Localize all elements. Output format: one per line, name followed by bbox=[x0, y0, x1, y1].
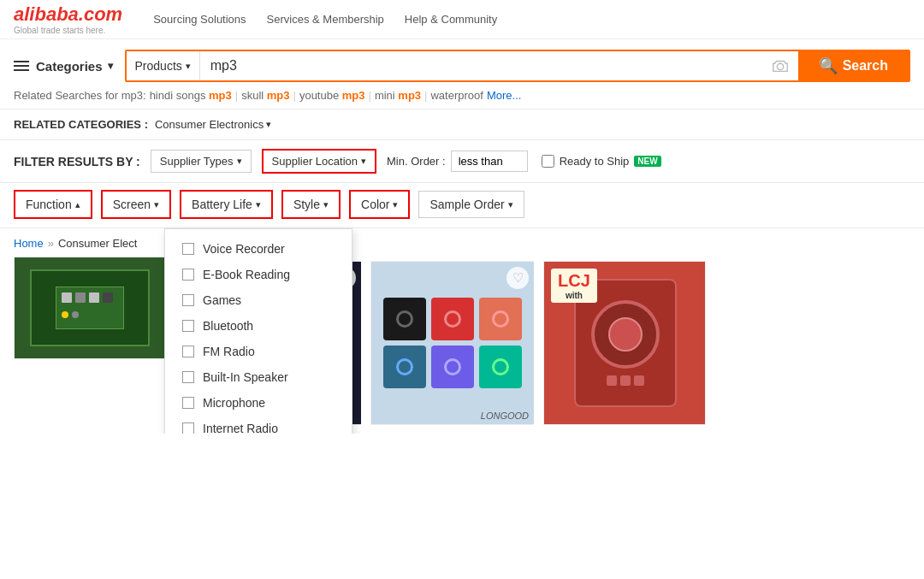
color-chevron-icon: ▾ bbox=[393, 199, 398, 210]
breadcrumb: Home » Consumer Elect bbox=[14, 237, 170, 250]
breadcrumb-separator: » bbox=[48, 237, 54, 250]
related-categories-label: RELATED CATEGORIES : bbox=[14, 118, 148, 131]
dropdown-item-bluetooth[interactable]: Bluetooth bbox=[165, 313, 352, 339]
checkbox-built-in-speaker[interactable] bbox=[182, 371, 194, 383]
dropdown-item-voice-recorder[interactable]: Voice Recorder bbox=[165, 236, 352, 262]
search-input[interactable] bbox=[200, 51, 762, 80]
related-search-more[interactable]: More... bbox=[487, 89, 521, 102]
sidebar-product-image[interactable] bbox=[14, 257, 166, 359]
product-card-3[interactable]: LCJ with bbox=[543, 261, 706, 425]
product-card-2[interactable]: ♡ LONGOOD bbox=[370, 261, 533, 425]
ready-to-ship-new-badge: NEW bbox=[634, 156, 660, 167]
filter-label: FILTER RESULTS BY : bbox=[14, 155, 140, 168]
dropdown-item-ebook[interactable]: E-Book Reading bbox=[165, 262, 352, 287]
dropdown-item-microphone[interactable]: Microphone bbox=[165, 390, 352, 416]
dropdown-item-built-in-speaker[interactable]: Built-In Speaker bbox=[165, 364, 352, 390]
checkbox-fm-radio[interactable] bbox=[182, 346, 194, 357]
categories-button[interactable]: Categories ▾ bbox=[14, 59, 113, 74]
min-order-label: Min. Order : bbox=[387, 155, 446, 168]
nav-help[interactable]: Help & Community bbox=[405, 13, 497, 26]
related-searches-label: Related Searches for mp3: bbox=[14, 89, 146, 102]
related-search-waterproof[interactable]: waterproof bbox=[430, 89, 483, 102]
style-chevron-icon: ▾ bbox=[323, 199, 329, 210]
checkbox-bluetooth[interactable] bbox=[182, 320, 194, 332]
sample-order-filter-button[interactable]: Sample Order ▾ bbox=[418, 191, 524, 218]
breadcrumb-category[interactable]: Consumer Elect bbox=[58, 237, 137, 250]
products-chevron-icon: ▾ bbox=[186, 61, 191, 72]
dropdown-item-games[interactable]: Games bbox=[165, 287, 352, 313]
battery-life-filter-button[interactable]: Battery Life ▾ bbox=[180, 190, 273, 219]
wishlist-heart-2[interactable]: ♡ bbox=[506, 267, 529, 289]
svg-point-0 bbox=[777, 63, 783, 69]
function-chevron-icon: ▴ bbox=[75, 199, 80, 210]
search-category-dropdown[interactable]: Products ▾ bbox=[127, 51, 200, 80]
function-filter-button[interactable]: Function ▴ bbox=[14, 190, 92, 219]
search-button[interactable]: 🔍 Search bbox=[798, 51, 909, 80]
categories-chevron-icon: ▾ bbox=[108, 60, 113, 72]
supplier-location-button[interactable]: Supplier Location ▾ bbox=[262, 149, 376, 174]
dropdown-item-fm-radio[interactable]: FM Radio bbox=[165, 339, 352, 364]
breadcrumb-home[interactable]: Home bbox=[14, 237, 44, 250]
ready-to-ship-checkbox[interactable] bbox=[542, 155, 554, 168]
sample-order-chevron-icon: ▾ bbox=[508, 199, 513, 210]
supplier-types-chevron-icon: ▾ bbox=[237, 156, 242, 167]
search-icon: 🔍 bbox=[819, 56, 838, 75]
related-category-link[interactable]: Consumer Electronics ▾ bbox=[155, 118, 271, 131]
dropdown-item-internet-radio[interactable]: Internet Radio bbox=[165, 416, 352, 434]
nav-sourcing[interactable]: Sourcing Solutions bbox=[153, 13, 246, 26]
supplier-types-button[interactable]: Supplier Types ▾ bbox=[151, 150, 252, 173]
checkbox-internet-radio[interactable] bbox=[182, 422, 194, 434]
camera-search-button[interactable] bbox=[762, 51, 798, 80]
related-search-mini[interactable]: mini mp3 bbox=[375, 89, 421, 102]
related-search-youtube[interactable]: youtube mp3 bbox=[299, 89, 365, 102]
screen-filter-button[interactable]: Screen ▾ bbox=[101, 190, 171, 219]
logo-tagline: Global trade starts here. bbox=[14, 26, 105, 35]
function-dropdown: Voice Recorder E-Book Reading Games Blue… bbox=[164, 228, 352, 434]
nav-services[interactable]: Services & Membership bbox=[267, 13, 384, 26]
checkbox-voice-recorder[interactable] bbox=[182, 243, 194, 255]
ready-to-ship-label: Ready to Ship bbox=[560, 155, 630, 168]
supplier-location-chevron-icon: ▾ bbox=[361, 156, 366, 167]
lcj-badge: LCJ with bbox=[551, 269, 597, 303]
checkbox-games[interactable] bbox=[182, 294, 194, 306]
battery-life-chevron-icon: ▾ bbox=[256, 199, 261, 210]
min-order-input[interactable] bbox=[451, 151, 528, 172]
screen-chevron-icon: ▾ bbox=[154, 199, 159, 210]
related-search-skull[interactable]: skull mp3 bbox=[241, 89, 289, 102]
category-chevron-icon: ▾ bbox=[266, 119, 271, 130]
hamburger-icon bbox=[14, 61, 29, 71]
logo[interactable]: alibaba.com Global trade starts here. bbox=[14, 3, 122, 35]
checkbox-ebook[interactable] bbox=[182, 269, 194, 281]
related-search-hindi[interactable]: hindi songs mp3 bbox=[150, 89, 232, 102]
color-filter-button[interactable]: Color ▾ bbox=[349, 190, 410, 219]
style-filter-button[interactable]: Style ▾ bbox=[281, 190, 341, 219]
checkbox-microphone[interactable] bbox=[182, 397, 194, 409]
